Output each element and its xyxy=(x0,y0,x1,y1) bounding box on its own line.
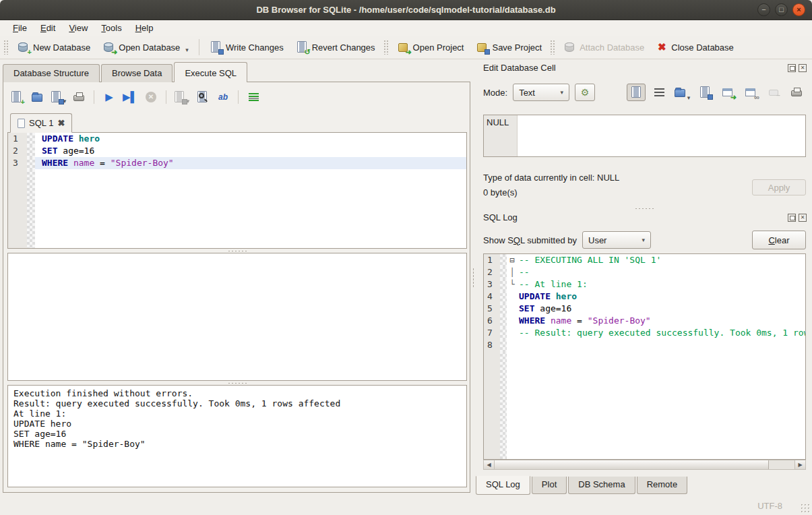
scrollbar-thumb[interactable] xyxy=(495,460,769,469)
editor-line-current: 3 WHERE name = "Spider-Boy" xyxy=(8,157,466,169)
bottom-dock-tabs: SQL Log Plot DB Schema Remote xyxy=(476,477,812,495)
save-project-button[interactable]: Save Project xyxy=(470,38,548,56)
menu-view[interactable]: View xyxy=(63,21,94,35)
sql-log-dock-title: SQL Log ✕ xyxy=(483,212,807,222)
scrollbar-track[interactable] xyxy=(769,460,794,469)
close-database-button[interactable]: ✖ Close Database xyxy=(650,38,740,56)
horizontal-scrollbar[interactable]: ◀ ▶ xyxy=(483,460,806,470)
close-icon[interactable]: × xyxy=(792,3,805,16)
execution-output[interactable]: Execution finished without errors. Resul… xyxy=(7,385,467,487)
resize-grip-icon[interactable] xyxy=(800,503,809,512)
open-sql-file-icon[interactable] xyxy=(30,90,44,104)
menu-file[interactable]: File xyxy=(7,21,33,35)
sql-log-title: SQL Log xyxy=(483,212,518,222)
toolbar-drag-handle[interactable] xyxy=(550,40,555,55)
save-results-icon[interactable]: ▾ xyxy=(174,90,189,104)
fold-collapse-icon[interactable]: ⊟ xyxy=(507,254,518,266)
tab-browse-data[interactable]: Browse Data xyxy=(101,64,173,82)
submitted-by-select[interactable]: User▾ xyxy=(582,231,651,249)
encoding-indicator[interactable]: UTF-8 xyxy=(757,501,782,511)
tab-database-structure[interactable]: Database Structure xyxy=(3,64,100,82)
menu-help[interactable]: Help xyxy=(129,21,160,35)
print-icon[interactable] xyxy=(787,84,806,101)
tab-remote[interactable]: Remote xyxy=(637,477,688,494)
apply-button[interactable]: Apply xyxy=(752,179,806,195)
save-sql-file-icon[interactable]: ▾ xyxy=(51,90,65,104)
execute-all-icon[interactable]: ▶ xyxy=(102,90,117,104)
close-tab-icon[interactable]: ✖ xyxy=(57,118,65,128)
link-icon[interactable]: ∞ xyxy=(741,84,760,101)
cell-editor[interactable]: NULL xyxy=(483,115,806,157)
toolbar-drag-handle[interactable] xyxy=(3,40,9,55)
set-null-icon[interactable] xyxy=(764,84,783,101)
open-database-button[interactable]: ➜ Open Database ▾ xyxy=(96,38,195,56)
toolbar-drag-handle[interactable] xyxy=(383,40,389,55)
log-line: 1⊟-- EXECUTING ALL IN 'SQL 1' xyxy=(484,254,805,266)
toolbar-separator xyxy=(166,90,166,104)
sql-tab-bar: SQL 1 ✖ xyxy=(7,113,467,133)
log-line: 6WHERE name = "Spider-Boy" xyxy=(484,315,805,327)
menu-edit[interactable]: Edit xyxy=(34,21,61,35)
results-grid[interactable] xyxy=(7,253,467,381)
fold-margin-fill xyxy=(27,169,35,248)
find-replace-icon[interactable]: ab xyxy=(216,90,230,104)
tab-db-schema[interactable]: DB Schema xyxy=(568,477,635,494)
toolbar-separator xyxy=(238,90,239,104)
log-line: 4UPDATE hero xyxy=(484,291,805,303)
auto-format-icon[interactable] xyxy=(246,90,261,104)
sql-log-filter-row: Show SQL submitted by User▾ Clear xyxy=(483,230,806,250)
sql-editor[interactable]: 1 UPDATE hero 2 SET age=16 3 WHERE name … xyxy=(7,133,467,249)
scroll-right-icon[interactable]: ▶ xyxy=(794,460,805,469)
editor-line: 2 SET age=16 xyxy=(8,145,466,157)
float-dock-icon[interactable] xyxy=(788,214,796,222)
execute-current-line-icon[interactable]: ▶▌ xyxy=(123,90,137,104)
line-number: 3 xyxy=(8,157,27,169)
sql-log-view[interactable]: 1⊟-- EXECUTING ALL IN 'SQL 1' 2│-- 3└-- … xyxy=(483,253,806,460)
revert-changes-button[interactable]: ↺ Revert Changes xyxy=(290,38,381,56)
maximize-icon[interactable]: □ xyxy=(775,3,788,16)
tab-execute-sql[interactable]: Execute SQL xyxy=(174,62,247,82)
open-database-dropdown-icon[interactable]: ▾ xyxy=(185,47,189,53)
import-data-icon[interactable]: ▾ xyxy=(673,84,691,101)
sql-tab[interactable]: SQL 1 ✖ xyxy=(10,113,72,133)
log-line: 7-- Result: query executed successfully.… xyxy=(484,327,805,339)
mode-select[interactable]: Text▾ xyxy=(513,84,569,101)
close-dock-icon[interactable]: ✕ xyxy=(799,214,807,222)
log-line: 5SET age=16 xyxy=(484,303,805,315)
open-project-button[interactable]: ➜ Open Project xyxy=(391,38,470,56)
clear-button[interactable]: Clear xyxy=(752,231,806,249)
main-tab-bar: Database Structure Browse Data Execute S… xyxy=(3,62,249,82)
db-browser-window: DB Browser for SQLite - /home/user/code/… xyxy=(0,0,812,515)
tab-sql-log[interactable]: SQL Log xyxy=(476,476,530,495)
menu-tools[interactable]: Tools xyxy=(95,21,127,35)
close-dock-icon[interactable]: ✕ xyxy=(799,64,807,72)
new-database-button[interactable]: + New Database xyxy=(11,38,96,56)
sql-editor-toolbar: + ▾ ▶ ▶▌ ✕ ▾ ab xyxy=(9,86,261,108)
log-line: 2│-- xyxy=(484,266,805,278)
write-changes-button[interactable]: Write Changes xyxy=(204,38,290,56)
log-line: 8 xyxy=(484,339,805,351)
minimize-icon[interactable]: − xyxy=(757,3,770,16)
float-dock-icon[interactable] xyxy=(788,64,796,72)
main-splitter[interactable] xyxy=(470,59,476,495)
attach-database-button[interactable]: Attach Database xyxy=(557,38,650,56)
revert-changes-icon: ↺ xyxy=(296,41,308,53)
status-bar: UTF-8 xyxy=(0,495,812,515)
apply-mode-gear-icon[interactable]: ⚙ xyxy=(575,84,595,101)
scroll-left-icon[interactable]: ◀ xyxy=(484,460,495,469)
line-number: 1 xyxy=(8,133,27,145)
stop-icon[interactable]: ✕ xyxy=(144,90,158,104)
title-bar[interactable]: DB Browser for SQLite - /home/user/code/… xyxy=(0,0,812,20)
fold-margin xyxy=(27,157,35,169)
write-changes-icon xyxy=(210,41,222,53)
print-icon[interactable] xyxy=(71,90,86,104)
open-sql-tab-icon[interactable]: + xyxy=(9,90,24,104)
text-mode-icon[interactable] xyxy=(627,84,646,101)
open-external-icon[interactable]: ➜ xyxy=(718,84,737,101)
word-wrap-icon[interactable] xyxy=(650,84,668,101)
find-icon[interactable] xyxy=(195,90,210,104)
export-data-icon[interactable] xyxy=(695,84,714,101)
tab-plot[interactable]: Plot xyxy=(532,477,567,494)
splitter-handle[interactable] xyxy=(476,206,812,210)
fold-margin-fill xyxy=(500,351,507,459)
